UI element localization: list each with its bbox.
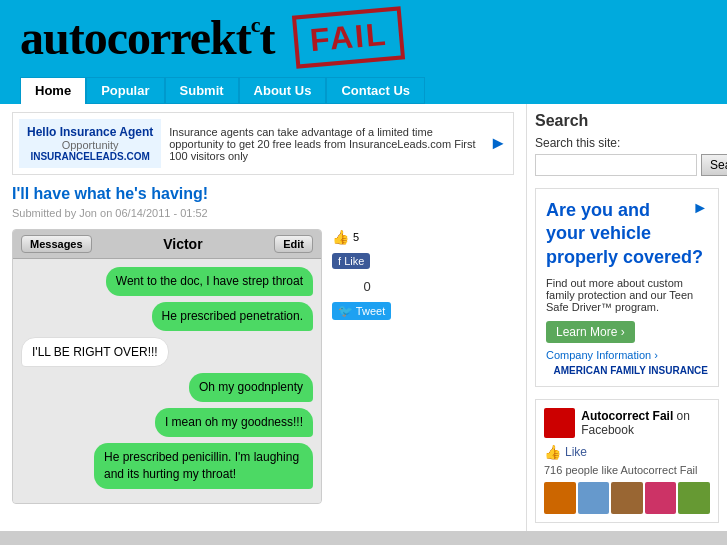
fb-count: 716 people like Autocorrect Fail	[544, 464, 710, 476]
fb-box-title: Autocorrect Fail on Facebook	[581, 409, 710, 437]
fb-like-link[interactable]: Like	[565, 445, 587, 459]
search-input[interactable]	[535, 154, 697, 176]
search-box: Search Search this site: Search	[535, 112, 719, 176]
nav-home[interactable]: Home	[20, 77, 86, 104]
fb-like-icon: f	[338, 255, 341, 267]
post-meta: Submitted by Jon on 06/14/2011 - 01:52	[12, 207, 514, 219]
table-row: I mean oh my goodness!!!	[21, 408, 313, 443]
search-row: Search	[535, 154, 719, 176]
sidebar-ad-arrow-icon: ►	[692, 199, 708, 217]
fb-avatar	[578, 482, 610, 514]
company-info-link[interactable]: Company Information ›	[546, 349, 708, 361]
learn-more-button[interactable]: Learn More ›	[546, 321, 635, 343]
contact-name: Victor	[163, 236, 202, 252]
nav-about[interactable]: About Us	[239, 77, 327, 104]
fb-avatar	[678, 482, 710, 514]
messages-body: Went to the doc, I have strep throat He …	[13, 259, 321, 503]
message-bubble: I'LL BE RIGHT OVER!!!	[21, 337, 169, 368]
fb-page-name: Autocorrect Fail	[581, 409, 673, 423]
fb-avatar	[645, 482, 677, 514]
twitter-icon: 🐦	[338, 304, 353, 318]
message-bubble: I mean oh my goodness!!!	[155, 408, 313, 437]
search-title: Search	[535, 112, 719, 130]
ad-logo: INSURANCELEADS.COM	[27, 151, 153, 162]
message-bubble: He prescribed penetration.	[152, 302, 313, 331]
ad-banner[interactable]: Hello Insurance Agent Opportunity INSURA…	[12, 112, 514, 175]
fb-box-header: Autocorrect Fail on Facebook	[544, 408, 710, 438]
fb-avatars	[544, 482, 710, 514]
ad-title: Hello Insurance Agent	[27, 125, 153, 139]
amfam-logo: AMERICAN FAMILY INSURANCE	[546, 365, 708, 376]
nav-submit[interactable]: Submit	[165, 77, 239, 104]
table-row: I'LL BE RIGHT OVER!!!	[21, 337, 313, 374]
fb-box-thumbnail	[544, 408, 575, 438]
nav-popular[interactable]: Popular	[86, 77, 164, 104]
header: autocorrektct FAIL Home Popular Submit A…	[0, 0, 727, 104]
thumbs-up-btn[interactable]: 👍 5	[332, 229, 359, 245]
logo-superscript: c	[251, 12, 260, 37]
thumbs-up-icon: 👍	[332, 229, 349, 245]
nav: Home Popular Submit About Us Contact Us	[20, 73, 707, 104]
content-area: Hello Insurance Agent Opportunity INSURA…	[0, 104, 727, 531]
main-content: Hello Insurance Agent Opportunity INSURA…	[0, 104, 527, 531]
fail-badge: FAIL	[292, 6, 406, 68]
tweet-label: Tweet	[356, 305, 385, 317]
fb-avatar	[611, 482, 643, 514]
fb-like-btn[interactable]: f Like	[332, 253, 370, 269]
sidebar-ad: ► Are you and your vehicle properly cove…	[535, 188, 719, 387]
table-row: He prescribed penetration.	[21, 302, 313, 337]
ad-arrow-icon: ►	[489, 133, 507, 154]
nav-contact[interactable]: Contact Us	[326, 77, 425, 104]
sidebar-ad-heading: Are you and your vehicle properly covere…	[546, 199, 708, 269]
fb-box: Autocorrect Fail on Facebook 👍 Like 716 …	[535, 399, 719, 523]
social-buttons: 👍 5 f Like 0 🐦 Tweet	[332, 229, 402, 320]
fb-thumbs-icon: 👍	[544, 444, 561, 460]
phone-screenshot: Messages Victor Edit Went to the doc, I …	[12, 229, 322, 504]
thumbs-up-count: 5	[353, 231, 359, 243]
tweet-btn[interactable]: 🐦 Tweet	[332, 302, 391, 320]
ad-banner-text: Insurance agents can take advantage of a…	[169, 126, 483, 162]
search-label: Search this site:	[535, 136, 719, 150]
message-bubble: Went to the doc, I have strep throat	[106, 267, 313, 296]
logo-area: autocorrektct FAIL	[20, 10, 707, 73]
ad-subtitle: Opportunity	[27, 139, 153, 151]
fb-like-button[interactable]: f Like	[332, 253, 370, 269]
fb-like-label: Like	[344, 255, 364, 267]
sidebar: Search Search this site: Search ► Are yo…	[527, 104, 727, 531]
fb-avatar	[544, 482, 576, 514]
post-title[interactable]: I'll have what he's having!	[12, 185, 514, 203]
fb-like-row: 👍 Like	[544, 444, 710, 460]
logo: autocorrektct	[20, 10, 274, 65]
table-row: He prescribed penicillin. I'm laughing a…	[21, 443, 313, 495]
phone-header: Messages Victor Edit	[13, 230, 321, 259]
ad-banner-left: Hello Insurance Agent Opportunity INSURA…	[19, 119, 161, 168]
edit-btn[interactable]: Edit	[274, 235, 313, 253]
message-bubble: Oh my goodnplenty	[189, 373, 313, 402]
message-bubble: He prescribed penicillin. I'm laughing a…	[94, 443, 313, 489]
tweet-button[interactable]: 🐦 Tweet	[332, 302, 391, 320]
message-area: Messages Victor Edit Went to the doc, I …	[12, 229, 514, 504]
like-count: 0	[332, 279, 402, 294]
search-button[interactable]: Search	[701, 154, 727, 176]
sidebar-ad-body: Find out more about custom family protec…	[546, 277, 708, 313]
table-row: Went to the doc, I have strep throat	[21, 267, 313, 302]
table-row: Oh my goodnplenty	[21, 373, 313, 408]
messages-back-btn[interactable]: Messages	[21, 235, 92, 253]
